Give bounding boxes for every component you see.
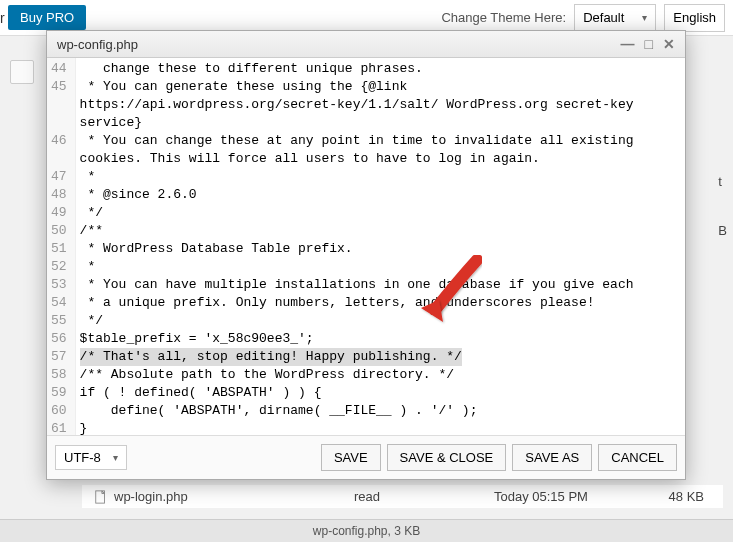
partial-text: r (0, 10, 5, 26)
save-button[interactable]: SAVE (321, 444, 381, 471)
encoding-select[interactable]: UTF-8 ▾ (55, 445, 127, 470)
file-name: wp-login.php (114, 489, 188, 504)
sidebar-icon[interactable] (10, 60, 34, 84)
code-editor[interactable]: 4445464748495051525354555657585960616263… (47, 58, 685, 435)
chevron-down-icon: ▾ (642, 12, 647, 23)
line-gutter: 4445464748495051525354555657585960616263… (47, 58, 76, 435)
theme-label: Change Theme Here: (441, 10, 566, 25)
save-as-button[interactable]: SAVE AS (512, 444, 592, 471)
language-select[interactable]: English (664, 4, 725, 32)
chevron-down-icon: ▾ (113, 452, 118, 463)
editor-titlebar[interactable]: wp-config.php — □ ✕ (47, 31, 685, 58)
buy-pro-button[interactable]: Buy PRO (8, 5, 86, 30)
encoding-value: UTF-8 (64, 450, 101, 465)
save-close-button[interactable]: SAVE & CLOSE (387, 444, 507, 471)
theme-select[interactable]: Default ▾ (574, 4, 656, 32)
status-text: wp-config.php, 3 KB (313, 524, 420, 538)
editor-title-text: wp-config.php (57, 37, 138, 52)
close-icon[interactable]: ✕ (663, 36, 675, 52)
file-date: Today 05:15 PM (494, 489, 644, 504)
lang-value: English (673, 10, 716, 25)
code-content[interactable]: change these to different unique phrases… (76, 58, 638, 435)
status-bar: wp-config.php, 3 KB (0, 519, 733, 542)
maximize-icon[interactable]: □ (645, 36, 653, 52)
theme-value: Default (583, 10, 624, 25)
bg-letters: t B (718, 140, 727, 272)
minimize-icon[interactable]: — (621, 36, 635, 52)
editor-footer: UTF-8 ▾ SAVE SAVE & CLOSE SAVE AS CANCEL (47, 435, 685, 479)
file-row[interactable]: wp-login.php read Today 05:15 PM 48 KB (82, 485, 723, 508)
file-size: 48 KB (644, 489, 704, 504)
editor-window: wp-config.php — □ ✕ 44454647484950515253… (46, 30, 686, 480)
file-perm: read (354, 489, 494, 504)
cancel-button[interactable]: CANCEL (598, 444, 677, 471)
file-icon (94, 490, 108, 504)
